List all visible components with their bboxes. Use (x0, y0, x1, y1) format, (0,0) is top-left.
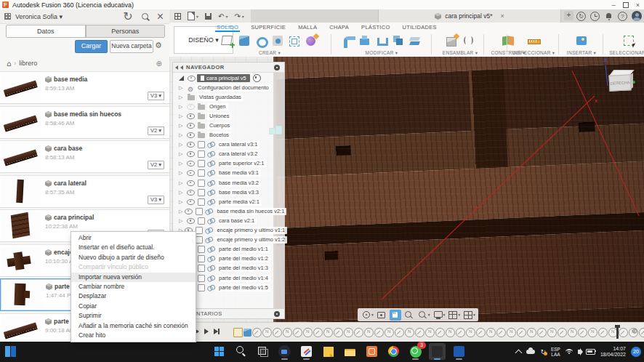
timeline-feature-icon[interactable] (598, 328, 608, 337)
collapse-arrow-icon[interactable]: ▷ (179, 218, 185, 224)
collapse-arrow-icon[interactable]: ▷ (179, 170, 185, 176)
timeline-feature-icon[interactable] (395, 328, 404, 337)
ribbon-tab[interactable]: MALLA (297, 23, 318, 32)
version-dropdown[interactable]: V3 ▾ (148, 92, 164, 100)
collapse-arrow-icon[interactable]: ▷ (179, 123, 185, 129)
context-menu-item[interactable]: Cambiar nombre (71, 282, 196, 291)
version-dropdown[interactable]: V2 ▾ (148, 126, 164, 135)
timeline-feature-icon[interactable] (476, 328, 486, 337)
panel-options-icon[interactable] (274, 65, 280, 71)
context-menu-item[interactable]: Nuevo dibujo a partir de diseño (71, 253, 196, 262)
file-list-item[interactable]: cara lateral 8:57:35 AM V3 ▾ (0, 175, 169, 208)
group-label[interactable]: INSERTAR ▾ (567, 50, 596, 56)
user-menu[interactable]: Veronica Sofia ▾ (15, 13, 63, 20)
undo-icon[interactable]: ↶ (218, 12, 224, 20)
timeline-feature-icon[interactable] (233, 328, 243, 337)
viewports-icon[interactable] (462, 310, 474, 321)
pan-icon[interactable] (390, 310, 401, 321)
flange-icon[interactable] (342, 34, 355, 48)
ribbon-tab[interactable]: CHAPA (328, 23, 350, 32)
display-settings-icon[interactable] (432, 310, 444, 321)
file-explorer-icon[interactable] (342, 343, 358, 360)
navigator-system-row[interactable]: ▷ Uniones (173, 111, 284, 121)
fusion-360-icon[interactable] (429, 343, 446, 360)
save-icon[interactable] (205, 13, 212, 20)
timeline-feature-icon[interactable] (435, 328, 445, 337)
view-cube[interactable]: DERECHA (609, 70, 634, 92)
go-to-end-button[interactable] (214, 329, 220, 334)
context-menu-item[interactable]: Añadir a la memoria caché sin conexión (71, 321, 196, 331)
home-icon[interactable]: ⌂ (7, 60, 11, 68)
zoom-icon[interactable] (403, 310, 415, 321)
onedrive-cloud-icon[interactable] (526, 350, 535, 354)
comments-options-icon[interactable] (274, 311, 280, 317)
notification-count-badge[interactable]: 20 (631, 347, 641, 357)
timeline-feature-icon[interactable] (578, 328, 587, 337)
collapse-arrow-icon[interactable]: ▷ (179, 132, 185, 138)
visibility-eye-icon[interactable] (187, 104, 195, 110)
sticky-notes-icon[interactable] (320, 343, 337, 360)
file-list-item[interactable]: cara base 8:58:13 AM V2 ▾ (0, 140, 169, 173)
timeline-feature-icon[interactable]: N (425, 328, 435, 337)
document-tab[interactable]: cara principal v5* × (378, 9, 561, 23)
timeline-feature-icon[interactable] (558, 328, 567, 337)
collapse-arrow-icon[interactable]: ▷ (179, 180, 185, 186)
timeline-feature-icon[interactable] (456, 328, 465, 337)
timeline-feature-icon[interactable]: N (344, 328, 353, 337)
context-menu-item[interactable]: Insertar en el diseño actual. (71, 243, 196, 252)
visibility-eye-icon[interactable] (187, 180, 195, 186)
timeline-feature-icon[interactable]: N (486, 328, 496, 337)
collapse-arrow-icon[interactable]: ▷ (179, 113, 185, 119)
timeline-feature-icon[interactable] (517, 328, 526, 337)
language-indicator[interactable]: ESPLAA (551, 347, 560, 357)
press-pull-icon[interactable] (358, 34, 372, 48)
collapse-arrow-icon[interactable]: ▷ (179, 161, 185, 166)
upload-button[interactable]: Cargar (75, 40, 108, 53)
app-grid-icon[interactable] (174, 13, 181, 20)
navigator-component-row[interactable]: ▷ base media v3:3 (173, 188, 284, 197)
navigator-component-row[interactable]: ▷ base media v3:2 (173, 178, 284, 188)
visibility-eye-icon[interactable] (187, 151, 195, 157)
navigator-component-row[interactable]: ▷ cara base v2:1 (173, 216, 284, 225)
select-icon[interactable] (623, 34, 637, 48)
navigator-component-row[interactable]: ▷ parte superior v2:1 (173, 159, 284, 169)
timeline-feature-icon[interactable]: N (385, 328, 394, 337)
start-button[interactable] (211, 343, 228, 360)
ribbon-tab[interactable]: SUPERFICIE (249, 23, 287, 32)
file-list-item[interactable]: base media sin huecos 8:58:46 AM V2 ▾ (0, 106, 169, 139)
share-globe-icon[interactable]: ⊕ (156, 60, 162, 68)
maximize-button[interactable] (623, 2, 629, 8)
wood-bookshelf-model[interactable] (273, 57, 644, 322)
navigator-header[interactable]: NAVEGADOR (173, 63, 284, 73)
timeline-feature-icon[interactable]: N (323, 328, 333, 337)
breadcrumb-folder[interactable]: librero (19, 60, 37, 67)
grid-layout-icon[interactable] (447, 310, 459, 321)
timeline-settings-gear-icon[interactable]: ⚙ (632, 327, 638, 335)
navigator-system-row[interactable]: ▷ Origen (173, 102, 284, 111)
version-dropdown[interactable]: V3 ▾ (148, 196, 164, 204)
timeline-feature-icon[interactable]: N (568, 328, 577, 337)
collapse-arrow-icon[interactable]: ▷ (179, 104, 185, 110)
expanded-arrow-icon[interactable] (179, 76, 184, 81)
visibility-eye-icon[interactable] (187, 142, 195, 148)
timeline-feature-icon[interactable]: N (507, 328, 516, 337)
timeline-feature-icon[interactable] (354, 328, 363, 337)
context-menu-item[interactable]: Abrir (71, 233, 196, 243)
screen-capture-icon[interactable] (363, 343, 380, 360)
timeline-feature-icon[interactable] (252, 328, 262, 337)
show-hidden-icons-chevron[interactable] (515, 350, 523, 357)
joint-icon[interactable] (462, 34, 475, 48)
timeline-feature-icon[interactable]: N (283, 328, 292, 337)
ribbon-tab[interactable]: PLÁSTICO (360, 23, 392, 32)
insert-image-icon[interactable] (575, 34, 589, 48)
activate-component-radio[interactable] (253, 74, 261, 82)
search-icon[interactable] (142, 13, 148, 20)
timeline-feature-icon[interactable] (334, 328, 343, 337)
navigator-component-row[interactable]: ▷ cara lateral v3:1 (173, 140, 284, 150)
timeline-feature-icon[interactable] (374, 328, 384, 337)
navigator-system-row[interactable]: ▷ Configuración del documento (173, 83, 284, 92)
timeline-feature-icon[interactable]: N (547, 328, 557, 337)
collapse-arrow-icon[interactable]: ▷ (179, 85, 185, 91)
teams-grid-icon[interactable] (4, 13, 11, 20)
minimize-button[interactable]: – (612, 1, 616, 9)
